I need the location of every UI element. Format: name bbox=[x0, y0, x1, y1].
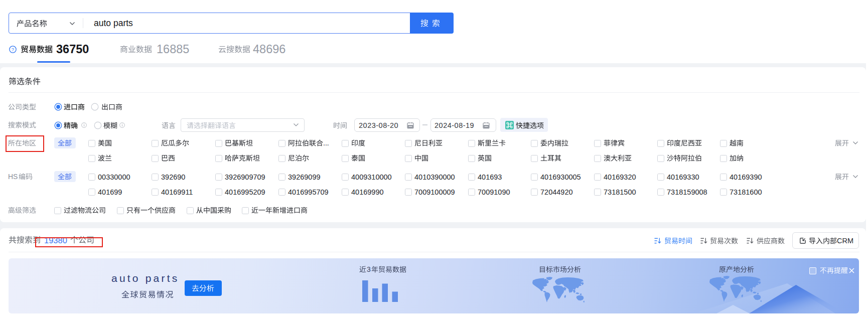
svg-text:?: ? bbox=[12, 47, 14, 52]
